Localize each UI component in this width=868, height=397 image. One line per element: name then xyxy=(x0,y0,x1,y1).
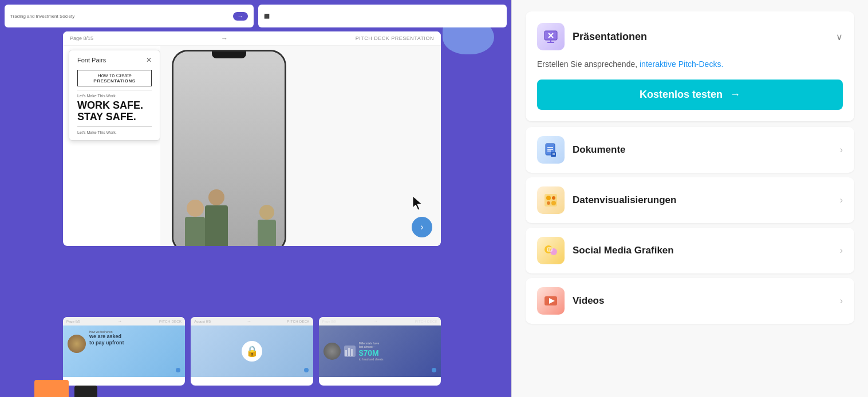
thumb2-content: 🔒 xyxy=(191,325,313,377)
presentation-label: PITCH DECK PRESENTATION xyxy=(356,35,434,41)
section-social[interactable]: Social Media Grafiken › xyxy=(526,228,854,273)
thumb1-header: Page 8/5 → PITCH DECK xyxy=(63,317,185,325)
section-presentations-header[interactable]: Präsentationen ∨ xyxy=(537,23,843,50)
top-card-arrow: → xyxy=(233,12,248,21)
how-to-title: How To Create xyxy=(82,73,147,78)
page-indicator: Page 8/15 xyxy=(70,35,93,41)
thumb3-sub: to fraud and cheats xyxy=(359,358,436,361)
thumb1-label: PITCH DECK xyxy=(159,320,182,323)
svg-point-21 xyxy=(547,201,550,205)
lets-make-1: Let's Make This Work. xyxy=(77,94,152,98)
orange-decorative-bar xyxy=(34,380,69,397)
phone-notch xyxy=(212,51,246,58)
social-chevron: › xyxy=(840,245,843,256)
thumb1-arrow: → xyxy=(117,319,122,324)
section-dataviz-title: Datenvisualisierungen xyxy=(573,194,832,206)
next-arrow-button[interactable]: › xyxy=(412,217,432,237)
lock-icon: 🔒 xyxy=(242,341,262,362)
documents-icon xyxy=(537,136,565,164)
font-pairs-close-icon[interactable]: ✕ xyxy=(146,56,152,64)
top-card-text: Trading and Investment Society xyxy=(10,14,74,19)
cursor-icon xyxy=(413,196,427,215)
thumbnail-2[interactable]: August 8/5 → PITCH DECK 🔒 xyxy=(191,317,313,386)
font-pairs-dialog: Font Pairs ✕ How To Create PRESENTATIONS… xyxy=(69,50,160,141)
bottom-thumbnails: Page 8/5 → PITCH DECK How we feel when w… xyxy=(63,317,441,386)
section-presentations-description: Erstellen Sie ansprechende, interaktive … xyxy=(537,58,843,70)
section-presentations-title: Präsentationen xyxy=(573,31,828,43)
thumb1-page: Page 8/5 xyxy=(66,320,80,323)
divider-2 xyxy=(77,126,152,127)
thumb3-amount: $70M xyxy=(359,348,436,358)
thumbnail-3[interactable]: Page 8/9 → PITCH DECK Millennials havelo… xyxy=(319,317,441,386)
thumb3-label: PITCH DECK xyxy=(415,320,437,323)
thumb2-header: August 8/5 → PITCH DECK xyxy=(191,317,313,325)
top-card-1[interactable]: Trading and Investment Society → xyxy=(5,5,254,27)
right-inner: Präsentationen ∨ Erstellen Sie anspreche… xyxy=(512,0,868,340)
thumb3-arrow: → xyxy=(373,319,378,324)
section-documents[interactable]: Dokumente › xyxy=(526,127,854,173)
cta-arrow-icon: → xyxy=(730,89,740,100)
section-videos-title: Videos xyxy=(573,295,832,307)
description-link[interactable]: interaktive Pitch-Decks. xyxy=(640,59,723,69)
thumb2-dot xyxy=(304,368,309,372)
font-pairs-title: Font Pairs xyxy=(77,57,106,63)
work-safe-text: WORK SAFE.STAY SAFE. xyxy=(77,100,152,123)
thumb3-content: Millennials havelost almost— $70M to fra… xyxy=(319,325,441,377)
phone-mockup xyxy=(172,50,286,246)
how-to-box: How To Create PRESENTATIONS xyxy=(77,70,152,86)
section-videos[interactable]: Videos › xyxy=(526,278,854,324)
lets-make-2: Let's Make This Work. xyxy=(77,130,152,134)
thumb3-dot xyxy=(432,368,436,372)
cta-button[interactable]: Kostenlos testen → xyxy=(537,80,843,110)
divider xyxy=(77,90,152,90)
thumb2-arrow: → xyxy=(247,319,251,324)
thumb2-page: August 8/5 xyxy=(194,320,211,323)
thumb1-text: How we feel when we are askedto pay upfr… xyxy=(89,330,180,346)
svg-rect-2 xyxy=(348,348,350,356)
thumbnail-1[interactable]: Page 8/5 → PITCH DECK How we feel when w… xyxy=(63,317,185,386)
svg-rect-3 xyxy=(351,349,353,356)
arrow-indicator: → xyxy=(221,34,228,42)
svg-point-20 xyxy=(552,196,555,200)
main-presentation-card: Page 8/15 → PITCH DECK PRESENTATION Font… xyxy=(63,31,441,246)
thumb3-bar xyxy=(344,346,356,357)
right-panel: Präsentationen ∨ Erstellen Sie anspreche… xyxy=(511,0,868,397)
documents-chevron: › xyxy=(840,145,843,155)
svg-point-24 xyxy=(550,248,557,255)
left-panel: Trading and Investment Society → ⬛ Page … xyxy=(0,0,511,397)
videos-chevron: › xyxy=(840,296,843,306)
thumb3-header: Page 8/9 → PITCH DECK xyxy=(319,317,441,325)
top-card-2-icon: ⬛ xyxy=(264,14,270,19)
section-documents-title: Dokumente xyxy=(573,144,832,156)
thumb3-texts: Millennials havelost almost— $70M to fra… xyxy=(359,342,436,361)
thumb1-big-text: we are askedto pay upfront xyxy=(89,334,180,346)
section-dataviz[interactable]: Datenvisualisierungen › xyxy=(526,177,854,223)
top-card-2[interactable]: ⬛ xyxy=(258,5,507,27)
thumb1-content: How we feel when we are askedto pay upfr… xyxy=(63,325,185,377)
thumb2-label: PITCH DECK xyxy=(287,320,309,323)
top-cards-strip: Trading and Investment Society → ⬛ xyxy=(0,0,511,31)
presentations-icon xyxy=(537,23,565,50)
thumb3-milli: Millennials havelost almost— xyxy=(359,342,436,348)
svg-point-22 xyxy=(551,201,556,205)
description-plain: Erstellen Sie ansprechende, xyxy=(537,59,637,69)
svg-marker-0 xyxy=(413,196,422,210)
phone-screen xyxy=(173,51,285,246)
thumb1-dot xyxy=(176,368,180,372)
dark-decorative-bar xyxy=(74,386,97,397)
thumb1-person-circle xyxy=(68,335,86,353)
svg-rect-1 xyxy=(345,350,347,356)
dataviz-icon xyxy=(537,186,565,214)
cta-label: Kostenlos testen xyxy=(640,89,723,100)
dataviz-chevron: › xyxy=(840,195,843,205)
section-presentations: Präsentationen ∨ Erstellen Sie anspreche… xyxy=(526,11,854,121)
social-icon xyxy=(537,237,565,264)
thumb3-page: Page 8/9 xyxy=(322,320,336,323)
svg-point-19 xyxy=(546,196,551,200)
section-social-title: Social Media Grafiken xyxy=(573,245,832,256)
thumb3-person xyxy=(323,343,341,360)
presentations-sub: PRESENTATIONS xyxy=(82,78,147,84)
videos-icon xyxy=(537,287,565,315)
presentations-chevron: ∨ xyxy=(836,31,843,42)
